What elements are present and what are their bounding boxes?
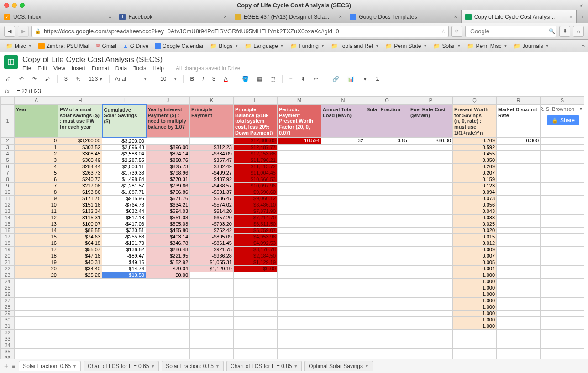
close-icon[interactable]: ×	[108, 14, 111, 20]
cell[interactable]	[541, 355, 584, 359]
cell[interactable]: $12,487.77	[234, 144, 278, 150]
cell[interactable]	[497, 240, 541, 246]
cell[interactable]	[278, 272, 321, 278]
cell[interactable]	[541, 310, 584, 316]
cell[interactable]: $64.18	[58, 240, 102, 246]
bookmark-star-icon[interactable]: ☆	[441, 28, 446, 34]
cell[interactable]: -$136.62	[102, 246, 146, 253]
menu-view[interactable]: View	[53, 65, 65, 72]
cell[interactable]	[278, 202, 321, 208]
cell[interactable]	[497, 144, 541, 150]
cell[interactable]	[15, 285, 58, 291]
borders-button[interactable]: ▦	[256, 75, 263, 83]
cell[interactable]	[234, 348, 278, 355]
cell[interactable]: $47.16	[58, 253, 102, 259]
cell[interactable]	[278, 157, 321, 163]
cell[interactable]	[541, 157, 584, 163]
cell[interactable]: $9,060.12	[234, 195, 278, 202]
cell[interactable]	[409, 259, 453, 265]
fill-color-button[interactable]: 🪣	[241, 75, 250, 83]
cell[interactable]	[453, 329, 497, 336]
cell[interactable]	[321, 342, 365, 348]
cell[interactable]: $152.92	[146, 259, 190, 265]
insert-chart-button[interactable]: 📊	[346, 75, 356, 83]
cell[interactable]: $0.00	[234, 265, 278, 272]
cell[interactable]	[321, 265, 365, 272]
cell[interactable]: $4,953.98	[234, 233, 278, 240]
cell[interactable]	[278, 233, 321, 240]
cell[interactable]	[321, 214, 365, 221]
merge-button[interactable]: ⬚	[269, 75, 277, 83]
cell[interactable]	[190, 329, 234, 336]
cell[interactable]: $634.21	[146, 202, 190, 208]
cell[interactable]	[497, 202, 541, 208]
cell[interactable]: 0.025	[453, 221, 497, 227]
cell[interactable]	[541, 144, 584, 150]
cell[interactable]	[278, 176, 321, 182]
cell[interactable]	[321, 170, 365, 176]
cell[interactable]: 4	[15, 163, 58, 170]
functions-button[interactable]: Σ	[375, 75, 381, 83]
cell[interactable]	[146, 316, 190, 323]
add-sheet-button[interactable]: +	[4, 362, 8, 370]
cell[interactable]	[365, 285, 409, 291]
cell[interactable]	[321, 310, 365, 316]
cell[interactable]	[409, 336, 453, 342]
cell[interactable]: 0.005	[453, 259, 497, 265]
cell[interactable]: 0.009	[453, 246, 497, 253]
cell[interactable]	[541, 227, 584, 233]
cell[interactable]	[278, 310, 321, 316]
cell[interactable]: -$191.70	[102, 240, 146, 246]
cell[interactable]	[15, 348, 58, 355]
cell[interactable]: 0.073	[453, 195, 497, 202]
cell[interactable]	[497, 342, 541, 348]
cell[interactable]	[190, 355, 234, 359]
cell[interactable]: $11,004.45	[234, 170, 278, 176]
cell[interactable]	[321, 253, 365, 259]
cell[interactable]	[365, 227, 409, 233]
bookmark-item[interactable]: 📁Misc▼	[3, 41, 35, 51]
cell[interactable]: -$657.20	[190, 214, 234, 221]
cell[interactable]	[365, 208, 409, 214]
filter-button[interactable]: ▼	[361, 75, 369, 83]
cell[interactable]: 0.455	[453, 150, 497, 157]
cell[interactable]: 15	[15, 233, 58, 240]
cell[interactable]	[541, 202, 584, 208]
cell[interactable]	[365, 189, 409, 195]
cell[interactable]: 0.769	[453, 138, 497, 145]
cell[interactable]: 11	[15, 208, 58, 214]
cell[interactable]: -$312.23	[190, 144, 234, 150]
sheet-tab[interactable]: Solar Fraction: 0.65 ▼	[19, 361, 81, 371]
cell[interactable]	[497, 291, 541, 297]
cell[interactable]	[541, 348, 584, 355]
cell[interactable]	[190, 297, 234, 304]
cell[interactable]	[409, 176, 453, 182]
cell[interactable]	[365, 336, 409, 342]
italic-button[interactable]: I	[201, 75, 205, 83]
cell[interactable]	[146, 323, 190, 329]
cell[interactable]: 13	[15, 221, 58, 227]
cell[interactable]	[541, 278, 584, 285]
cell[interactable]: -$334.09	[190, 150, 234, 157]
cell[interactable]: -$703.20	[190, 221, 234, 227]
cell[interactable]	[497, 310, 541, 316]
cell[interactable]	[497, 182, 541, 189]
cell[interactable]: $874.14	[146, 150, 190, 157]
sheet-tab[interactable]: Optimal Solar Savings ▼	[304, 361, 373, 371]
cell[interactable]: -$1,281.57	[102, 182, 146, 189]
insert-link-button[interactable]: 🔗	[331, 75, 341, 83]
cell[interactable]	[278, 253, 321, 259]
font-size-input[interactable]	[159, 76, 168, 82]
cell[interactable]	[321, 297, 365, 304]
cell[interactable]: -$1,739.38	[102, 170, 146, 176]
cell[interactable]	[365, 157, 409, 163]
menu-file[interactable]: File	[22, 65, 31, 72]
cell[interactable]: -$1,498.64	[102, 176, 146, 182]
cell[interactable]: $7,871.90	[234, 208, 278, 214]
cell[interactable]	[409, 285, 453, 291]
cell[interactable]: 0.007	[453, 253, 497, 259]
cell[interactable]: 16	[15, 240, 58, 246]
cell[interactable]: -$1,129.19	[190, 265, 234, 272]
cell[interactable]: $798.96	[146, 170, 190, 176]
cell[interactable]	[497, 348, 541, 355]
